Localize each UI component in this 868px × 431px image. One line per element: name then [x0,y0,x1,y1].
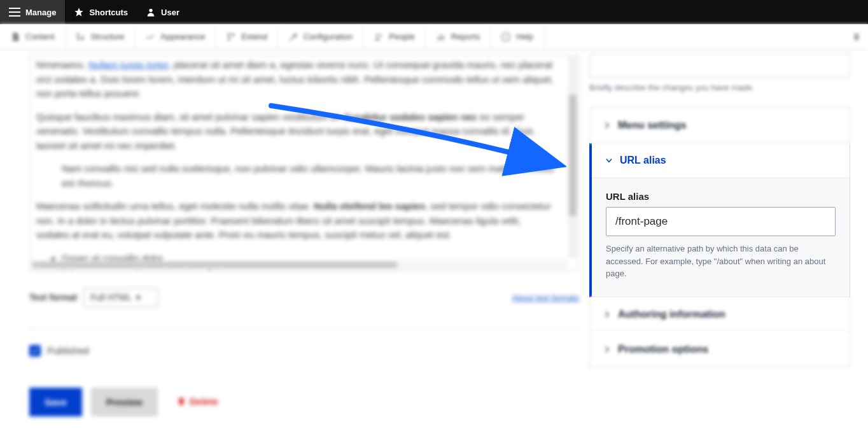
admin-help[interactable]: ? Help [491,24,544,49]
published-checkbox[interactable] [29,345,41,357]
admin-people-label: People [389,32,414,41]
text: Nulla eleifend leo sapien [314,201,425,211]
svg-rect-7 [228,38,230,40]
toolbar-shortcuts[interactable]: Shortcuts [65,0,137,24]
chevron-right-icon [603,310,612,319]
divider [29,328,579,329]
list-item: Donec et convallis dolor [62,251,556,266]
authoring-info-panel[interactable]: Authoring information [589,297,850,332]
star-icon [74,7,84,17]
svg-rect-18 [180,398,183,399]
url-alias-header[interactable]: URL alias [592,143,850,178]
user-icon [146,7,156,17]
admin-content[interactable]: Content [0,24,66,49]
about-text-formats-link[interactable]: About text formats [512,292,580,304]
trash-icon [177,397,186,407]
svg-rect-10 [437,37,438,40]
body-editor[interactable]: himenaeos. Nullam turpis tortor, placera… [29,55,579,271]
toolbar-user[interactable]: User [137,0,188,24]
admin-extend[interactable]: Extend [216,24,277,49]
svg-point-1 [149,9,152,12]
svg-rect-17 [178,399,184,400]
reports-icon [436,32,446,42]
svg-rect-15 [855,33,857,40]
admin-menu: Content Structure Appearance Extend Conf… [0,24,868,50]
chevron-down-icon [605,156,613,165]
svg-rect-2 [77,33,79,35]
admin-appearance[interactable]: Appearance [135,24,216,49]
url-alias-help: Specify an alternative path by which thi… [606,243,836,280]
svg-rect-11 [440,34,441,40]
people-icon [374,32,384,42]
structure-icon [76,32,86,42]
admin-appearance-label: Appearance [160,32,205,41]
preview-button[interactable]: Preview [91,388,158,416]
promotion-label: Promotion options [618,344,708,355]
text: Maecenas sollicitudin urna tellus, eget … [36,201,314,211]
topbar: Manage Shortcuts User [0,0,868,24]
delete-button[interactable]: Delete [177,395,218,409]
toolbar-manage[interactable]: Manage [0,0,65,24]
save-button[interactable]: Save [29,388,82,416]
url-alias-panel[interactable]: URL alias URL alias Specify an alternati… [589,143,850,297]
admin-configuration-label: Configuration [304,32,353,41]
scrollbar-vertical[interactable] [568,57,577,258]
menu-settings-panel[interactable]: Menu settings [589,108,850,143]
appearance-icon [145,32,155,42]
manage-label: Manage [25,8,56,17]
admin-content-label: Content [25,32,55,41]
text-format-value: Full HTML [90,292,131,302]
svg-rect-16 [857,33,859,40]
published-label: Published [47,344,89,358]
sidebar: Briefly describe the changes you have ma… [579,50,868,367]
file-icon [10,32,20,42]
url-alias-header-label: URL alias [620,155,666,166]
text: , placerat sit amet diam a, egestas vive… [36,59,554,99]
admin-help-label: Help [516,32,533,41]
admin-structure-label: Structure [91,32,125,41]
text: , sed tempor odio consectetur non. In a … [36,201,551,240]
text: ex semper venenatis. Vestibulum convalli… [36,111,533,151]
svg-rect-4 [81,38,83,39]
admin-reports[interactable]: Reports [426,24,491,49]
chevron-right-icon [603,121,612,130]
svg-rect-12 [442,36,444,40]
svg-point-13 [502,32,510,41]
url-alias-field-label: URL alias [606,191,836,202]
svg-point-9 [380,34,382,36]
admin-reports-label: Reports [451,32,480,41]
shortcuts-label: Shortcuts [89,8,128,17]
hamburger-icon [9,8,20,17]
authoring-label: Authoring information [618,309,725,320]
help-icon: ? [501,32,511,42]
check-icon [31,347,39,355]
text: Quisque faucibus maximus diam, sit amet … [36,111,344,122]
svg-marker-0 [75,8,83,16]
svg-rect-5 [228,33,230,36]
wrench-icon [288,32,298,42]
svg-rect-6 [232,33,235,36]
menu-settings-label: Menu settings [618,120,687,131]
scrollbar-horizontal[interactable] [31,260,567,269]
promotion-options-panel[interactable]: Promotion options [589,332,850,367]
admin-people[interactable]: People [363,24,425,49]
text-format-select[interactable]: Full HTML ▾ [83,288,158,307]
chevron-right-icon [603,345,612,354]
admin-extend-label: Extend [241,32,267,41]
admin-structure[interactable]: Structure [66,24,136,49]
admin-configuration[interactable]: Configuration [278,24,363,49]
text: Curabitur sodales sapien nec [344,111,477,122]
vertical-dots-icon[interactable] [853,32,863,42]
extend-icon [226,32,236,42]
svg-text:?: ? [505,34,508,40]
text-format-label: Text format [29,291,77,304]
url-alias-input[interactable] [606,207,836,236]
delete-label: Delete [190,395,218,409]
link[interactable]: Nullam turpis tortor [88,59,169,70]
svg-rect-3 [77,38,79,39]
text: Nam convallis nisi sed nulla scelerisque… [62,162,556,190]
list-item: Integer consequat ipsum in enim ultrices [62,265,556,271]
svg-point-8 [376,34,379,36]
text: himenaeos. [36,59,88,70]
revision-log-input[interactable] [589,53,850,78]
